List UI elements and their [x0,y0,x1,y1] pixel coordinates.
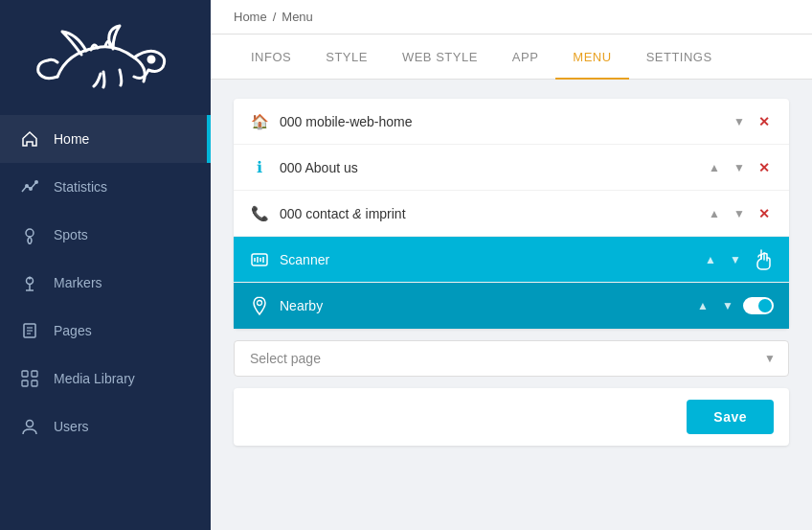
pages-icon [19,320,40,341]
row-down-button-3[interactable]: ▼ [726,250,745,269]
menu-row-contact-label: 000 contact & imprint [280,206,705,221]
row-up-button-2[interactable]: ▲ [705,204,724,223]
sidebar-item-users[interactable]: Users [0,403,211,450]
row-up-button-1[interactable]: ▲ [705,158,724,177]
main-content: Home / Menu INFOS STYLE WEB STYLE APP ME… [211,0,812,530]
row-actions-4: ▲ ▼ [693,296,774,315]
content-area: 🏠 000 mobile-web-home ▼ ✕ ℹ 000 About us… [211,80,812,530]
svg-line-23 [764,253,767,254]
menu-row-mobile-web-home-label: 000 mobile-web-home [280,114,730,129]
tab-web-style[interactable]: WEB STYLE [385,35,495,80]
tabs-bar: INFOS STYLE WEB STYLE APP MENU SETTINGS [211,35,812,80]
sidebar-item-pages-label: Pages [54,323,92,338]
svg-point-24 [258,301,262,306]
row-delete-button-1[interactable]: ✕ [755,158,774,177]
breadcrumb-home[interactable]: Home [234,10,267,24]
row-up-button-4[interactable]: ▲ [693,296,712,315]
svg-point-7 [29,277,32,280]
save-button[interactable]: Save [687,400,774,434]
row-delete-button-0[interactable]: ✕ [755,112,774,131]
row-down-button-2[interactable]: ▼ [730,204,749,223]
sidebar: Home Statistics Spots [0,0,211,530]
svg-rect-14 [22,380,28,386]
svg-point-1 [25,184,29,188]
sidebar-item-statistics[interactable]: Statistics [0,163,211,211]
phone-icon: 📞 [249,203,270,224]
tab-settings[interactable]: SETTINGS [629,35,730,80]
tab-menu[interactable]: MENU [555,35,628,80]
svg-point-3 [34,180,38,184]
row-actions-1: ▲ ▼ ✕ [705,158,774,177]
svg-rect-13 [32,371,37,377]
menu-row-scanner: Scanner ▲ ▼ [234,237,789,283]
menu-row-nearby-label: Nearby [280,298,693,313]
statistics-icon [19,176,40,197]
markers-icon [19,272,40,293]
row-down-button-4[interactable]: ▼ [718,296,737,315]
svg-point-2 [29,187,33,191]
sidebar-item-statistics-label: Statistics [54,179,107,195]
sidebar-item-users-label: Users [54,419,89,434]
sidebar-item-pages[interactable]: Pages [0,307,211,355]
sidebar-item-media-library-label: Media Library [54,371,135,386]
svg-rect-12 [22,371,28,377]
menu-row-scanner-label: Scanner [280,252,701,267]
save-row: Save [234,388,789,446]
svg-point-0 [148,57,154,62]
home-icon [19,128,40,150]
row-up-button-3[interactable]: ▲ [701,250,720,269]
breadcrumb-current: Menu [282,10,313,24]
menu-row-mobile-web-home: 🏠 000 mobile-web-home ▼ ✕ [234,99,789,145]
menu-card: 🏠 000 mobile-web-home ▼ ✕ ℹ 000 About us… [234,99,789,329]
logo [0,0,211,115]
breadcrumb-separator: / [273,10,277,24]
sidebar-item-spots-label: Spots [54,227,88,242]
ampersand: & [352,206,361,221]
tab-infos[interactable]: INFOS [234,35,308,80]
svg-point-4 [26,229,34,237]
sidebar-item-markers[interactable]: Markers [0,259,211,307]
breadcrumb: Home / Menu [211,0,812,35]
house-icon: 🏠 [249,111,270,132]
row-down-button-1[interactable]: ▼ [730,158,749,177]
sidebar-item-home[interactable]: Home [0,115,211,163]
media-library-icon [19,368,40,389]
svg-point-16 [27,421,34,427]
row-actions-3: ▲ ▼ [701,249,774,270]
row-actions-0: ▼ ✕ [730,112,774,131]
sidebar-item-home-label: Home [54,131,89,147]
users-icon [19,416,40,437]
scanner-icon [249,249,270,270]
info-icon: ℹ [249,157,270,178]
sidebar-item-markers-label: Markers [54,275,102,290]
location-icon [249,295,270,316]
menu-row-about-us: ℹ 000 About us ▲ ▼ ✕ [234,145,789,191]
row-delete-button-2[interactable]: ✕ [755,204,774,223]
menu-row-contact-imprint: 📞 000 contact & imprint ▲ ▼ ✕ [234,191,789,237]
sidebar-item-spots[interactable]: Spots [0,211,211,259]
select-page-dropdown[interactable]: Select page [234,340,789,377]
menu-row-about-us-label: 000 About us [280,160,705,175]
menu-row-nearby: Nearby ▲ ▼ [234,283,789,329]
svg-rect-15 [32,380,37,386]
sidebar-item-media-library[interactable]: Media Library [0,355,211,403]
nearby-toggle[interactable] [743,297,774,314]
spots-icon [19,224,40,245]
tab-app[interactable]: APP [495,35,556,80]
row-actions-2: ▲ ▼ ✕ [705,204,774,223]
tab-style[interactable]: STYLE [308,35,385,80]
select-page-container: Select page ▼ [234,340,789,377]
row-down-button-0[interactable]: ▼ [730,112,749,131]
cursor-hand-icon [755,249,774,270]
sidebar-nav: Home Statistics Spots [0,115,211,530]
